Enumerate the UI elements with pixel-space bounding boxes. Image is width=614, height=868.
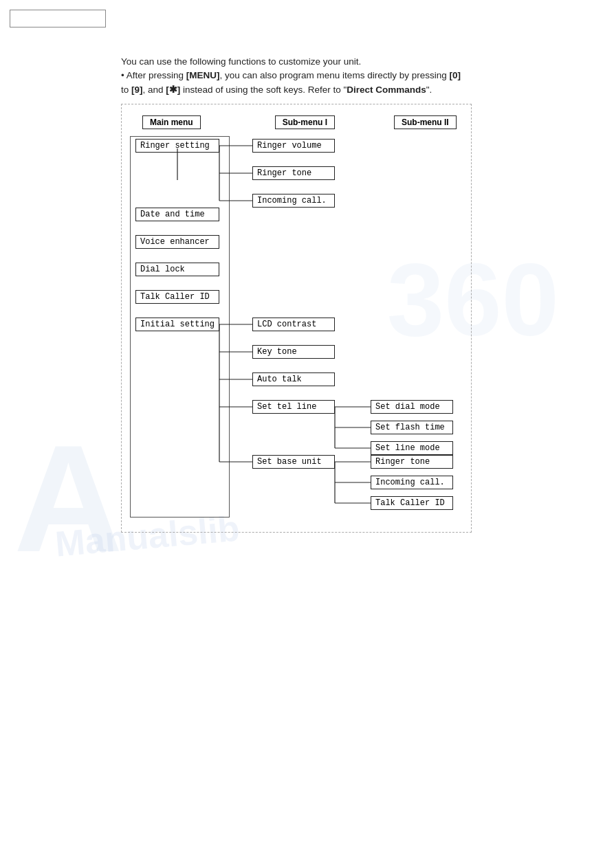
main-item-ringer-setting: Ringer setting <box>135 139 219 153</box>
sub2-incoming-call: Incoming call. <box>371 476 453 489</box>
main-content: You can use the following functions to c… <box>121 55 602 533</box>
intro-line3: to [9], and [✱] instead of using the sof… <box>121 85 432 95</box>
intro-line2: • After pressing [MENU], you can also pr… <box>121 70 461 80</box>
diagram-container: Main menu Sub-menu I Sub-menu II Ringer … <box>121 104 472 533</box>
sub2-talk-caller-id: Talk Caller ID <box>371 496 453 510</box>
main-item-initial-setting: Initial setting <box>135 318 219 331</box>
sub1-set-tel-line: Set tel line <box>252 400 335 414</box>
sub2-set-flash-time: Set flash time <box>371 421 453 434</box>
col-header-main: Main menu <box>142 115 201 129</box>
sub1-auto-talk: Auto talk <box>252 372 335 386</box>
intro-text: You can use the following functions to c… <box>121 55 602 97</box>
main-item-date-time: Date and time <box>135 208 219 221</box>
main-item-talk-caller-id: Talk Caller ID <box>135 290 219 304</box>
top-bar <box>10 10 106 27</box>
col-headers: Main menu Sub-menu I Sub-menu II <box>130 115 463 129</box>
main-item-voice-enhancer: Voice enhancer <box>135 235 219 249</box>
intro-line1: You can use the following functions to c… <box>121 56 361 67</box>
sub1-ringer-volume: Ringer volume <box>252 139 335 153</box>
sub1-lcd-contrast: LCD contrast <box>252 318 335 331</box>
sub2-ringer-tone: Ringer tone <box>371 455 453 469</box>
sub2-set-dial-mode: Set dial mode <box>371 400 453 414</box>
main-item-dial-lock: Dial lock <box>135 263 219 276</box>
sub1-incoming-call: Incoming call. <box>252 194 335 208</box>
sub1-set-base-unit: Set base unit <box>252 455 335 469</box>
sub2-set-line-mode: Set line mode <box>371 441 453 455</box>
sub1-ringer-tone: Ringer tone <box>252 166 335 180</box>
col-header-sub1: Sub-menu I <box>275 115 335 129</box>
diagram-body: Ringer setting Date and time Voice enhan… <box>130 136 467 521</box>
sub1-key-tone: Key tone <box>252 345 335 359</box>
col-header-sub2: Sub-menu II <box>394 115 457 129</box>
